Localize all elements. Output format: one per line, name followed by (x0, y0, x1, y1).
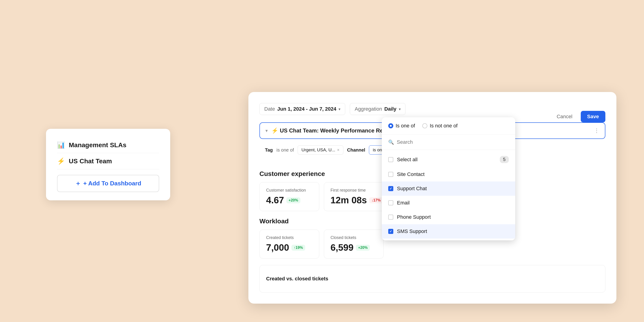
metric-card-created-tickets: Created tickets 7,000 ↑19% (260, 230, 319, 258)
channel-dropdown: Is one of Is not one of 🔍 Select all 5 S… (382, 117, 515, 240)
first-response-value: 12m 08s ↓17% (330, 195, 383, 206)
dropdown-search: 🔍 (382, 134, 515, 150)
dropdown-search-input[interactable] (397, 139, 509, 145)
metric-card-closed-tickets: Closed tickets 6,599 +20% (324, 230, 384, 258)
checkbox-phone-support (388, 214, 393, 220)
tag-chip-close-icon[interactable]: × (337, 148, 340, 152)
email-label: Email (397, 200, 410, 206)
tag-chip[interactable]: Urgent, USA, U... × (298, 145, 344, 154)
more-options-icon[interactable]: ⋮ (594, 128, 600, 134)
sms-support-label: SMS Support (397, 228, 427, 234)
first-response-badge: ↓17% (369, 197, 383, 203)
tag-condition: is one of (276, 148, 294, 153)
satisfaction-label: Customer satisfaction (266, 188, 312, 193)
lightning-icon: ⚡ (57, 157, 65, 165)
select-all-label: Select all (397, 157, 418, 162)
radio-circle-selected (388, 123, 393, 128)
chart-label: Created vs. closed tickets (266, 276, 328, 282)
collapse-icon[interactable]: ▾ (266, 128, 268, 134)
dropdown-item-select-all[interactable]: Select all 5 (382, 152, 515, 167)
chart-section: Created vs. closed tickets (260, 265, 605, 292)
radio-circle-unselected (422, 123, 427, 128)
aggregation-filter-chip[interactable]: Aggregation Daily ▾ (350, 103, 405, 115)
main-dashboard-panel: Date Jun 1, 2024 - Jun 7, 2024 ▾ Aggrega… (248, 92, 616, 304)
dropdown-radio-row: Is one of Is not one of (382, 117, 515, 134)
date-chevron-icon: ▾ (338, 107, 340, 111)
satisfaction-value: 4.67 +20% (266, 195, 312, 206)
satisfaction-badge: +20% (286, 197, 300, 203)
date-filter-label: Date (264, 106, 275, 112)
checkbox-sms-support (388, 229, 393, 234)
dropdown-item-support-chat[interactable]: Support Chat (382, 182, 515, 196)
closed-tickets-badge: +20% (356, 245, 370, 251)
created-tickets-label: Created tickets (266, 235, 312, 240)
closed-tickets-value: 6,599 +20% (330, 242, 377, 253)
radio-label-1: Is one of (396, 123, 415, 129)
card-item-label-1: Management SLAs (69, 142, 126, 149)
first-response-label: First response time (330, 188, 383, 193)
metric-card-satisfaction: Customer satisfaction 4.67 +20% (260, 182, 319, 211)
aggregation-filter-value: Daily (384, 106, 396, 112)
aggregation-filter-label: Aggregation (355, 106, 382, 112)
support-chat-label: Support Chat (397, 186, 427, 192)
checkbox-email (388, 200, 393, 206)
checkbox-site-contact (388, 172, 393, 177)
checkbox-select-all (388, 157, 393, 162)
add-dashboard-label: + Add To Dashboard (83, 180, 141, 187)
checkbox-support-chat (388, 186, 393, 191)
phone-support-label: Phone Support (397, 214, 431, 220)
action-buttons: Cancel Save (552, 111, 605, 122)
dropdown-item-phone-support[interactable]: Phone Support (382, 210, 515, 224)
card-item-us-chat-team[interactable]: ⚡ US Chat Team (57, 153, 159, 169)
tag-chip-value: Urgent, USA, U... (302, 148, 335, 152)
save-button[interactable]: Save (581, 111, 605, 122)
dropdown-item-email[interactable]: Email (382, 196, 515, 210)
radio-is-one-of[interactable]: Is one of (388, 123, 415, 129)
plus-icon: ＋ (75, 180, 81, 188)
channel-filter-label: Channel (347, 148, 365, 153)
tag-filter-label: Tag (265, 148, 273, 153)
aggregation-chevron-icon: ▾ (399, 107, 401, 111)
card-item-management-slas[interactable]: 📊 Management SLAs (57, 137, 159, 153)
date-filter-value: Jun 1, 2024 - Jun 7, 2024 (277, 106, 336, 112)
dropdown-item-sms-support[interactable]: SMS Support (382, 224, 515, 238)
created-tickets-badge: ↑19% (292, 245, 305, 251)
radio-label-2: Is not one of (430, 123, 458, 129)
dropdown-item-site-contact[interactable]: Site Contact (382, 167, 515, 182)
card-item-label-2: US Chat Team (69, 158, 112, 165)
select-all-count: 5 (500, 156, 509, 163)
search-icon: 🔍 (388, 140, 394, 145)
cancel-button[interactable]: Cancel (552, 111, 577, 122)
bar-chart-icon: 📊 (57, 141, 65, 149)
floating-card: 📊 Management SLAs ⚡ US Chat Team ＋ + Add… (46, 129, 170, 200)
created-tickets-value: 7,000 ↑19% (266, 242, 312, 253)
closed-tickets-label: Closed tickets (330, 235, 377, 240)
add-to-dashboard-button[interactable]: ＋ + Add To Dashboard (57, 175, 159, 192)
site-contact-label: Site Contact (397, 171, 424, 177)
date-filter-chip[interactable]: Date Jun 1, 2024 - Jun 7, 2024 ▾ (260, 103, 345, 115)
dropdown-items: Select all 5 Site Contact Support Chat E… (382, 150, 515, 240)
metric-card-first-response: First response time 12m 08s ↓17% (324, 182, 390, 211)
radio-is-not-one-of[interactable]: Is not one of (422, 123, 458, 129)
